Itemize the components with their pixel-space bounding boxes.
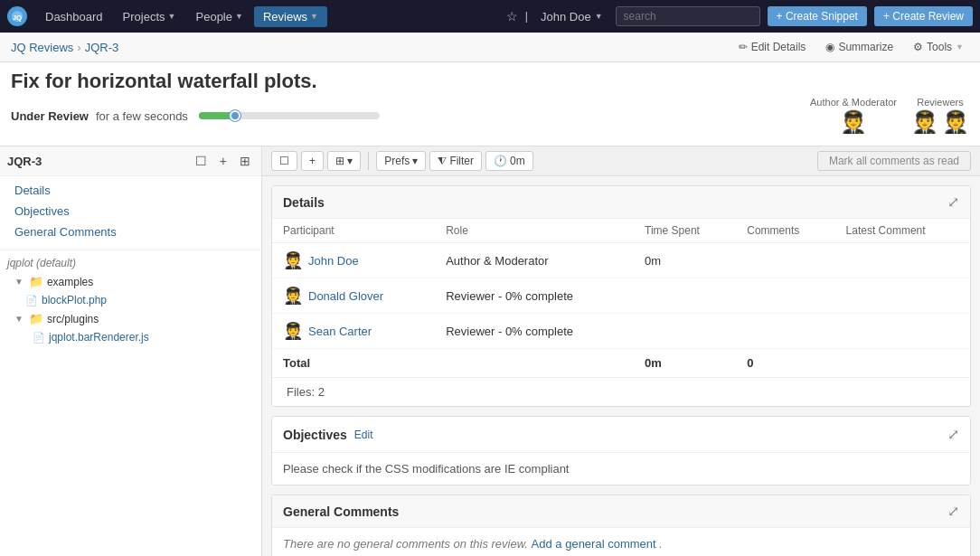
status-badge: Under Review: [11, 109, 89, 123]
breadcrumb-current[interactable]: JQR-3: [85, 41, 119, 54]
folder-icon: 📁: [29, 275, 43, 288]
latest-cell: [835, 314, 970, 349]
details-table: Participant Role Time Spent Comments Lat…: [272, 219, 970, 377]
chevron-down-icon: ▼: [956, 42, 964, 52]
filter-button[interactable]: ⧨ Filter: [429, 151, 482, 171]
expand-icon: ▼: [14, 277, 24, 287]
empty-text: There are no general comments on this re…: [283, 537, 528, 551]
comments-cell: [736, 278, 834, 314]
create-snippet-button[interactable]: + Create Snippet: [768, 6, 867, 26]
participant-cell: 🧑‍✈️ John Doe: [283, 250, 424, 270]
reviewers-group: Reviewers 🧑‍✈️ 🧑‍✈️: [911, 97, 969, 135]
view-button[interactable]: ☐: [271, 151, 297, 171]
nav-people[interactable]: People ▼: [187, 6, 252, 27]
edit-icon: ✏: [739, 41, 748, 53]
breadcrumb-parent[interactable]: JQ Reviews: [11, 41, 73, 54]
user-menu[interactable]: John Doe ▼: [535, 7, 608, 26]
mark-read-button[interactable]: Mark all comments as read: [817, 151, 971, 171]
tree-folder-src[interactable]: ▼ 📁 src/plugins: [0, 309, 261, 328]
participant-link[interactable]: John Doe: [308, 254, 359, 268]
participant-icon: 🧑‍✈️: [283, 250, 303, 270]
add-comment-link[interactable]: Add a general comment: [532, 537, 656, 551]
sidebar-add-button[interactable]: +: [216, 152, 231, 170]
tools-icon: ⚙: [913, 41, 923, 53]
tools-button[interactable]: ⚙ Tools ▼: [908, 38, 969, 56]
nav-projects[interactable]: Projects ▼: [114, 6, 185, 27]
objectives-edit-link[interactable]: Edit: [354, 429, 373, 441]
sidebar-more-button[interactable]: ⊞: [236, 152, 254, 170]
star-icon[interactable]: ☆: [506, 9, 518, 24]
participant-icon: 🧑‍✈️: [283, 321, 303, 341]
total-comments: 0: [736, 349, 834, 378]
more-button[interactable]: ⊞ ▾: [327, 151, 361, 171]
col-time: Time Spent: [634, 219, 736, 243]
objectives-title: Objectives: [283, 428, 347, 442]
objectives-header: Objectives Edit ⤢: [272, 417, 970, 453]
clock-icon: 🕐: [494, 155, 507, 167]
sidebar-edit-button[interactable]: ☐: [192, 152, 211, 170]
tree-label: examples: [47, 276, 93, 288]
role-cell: Reviewer - 0% complete: [435, 314, 634, 349]
tree-file-barrenderer[interactable]: 📄 jqplot.barRenderer.js: [0, 328, 261, 346]
details-panel-body: Participant Role Time Spent Comments Lat…: [272, 219, 970, 406]
author-moderator-group: Author & Moderator 🧑‍✈️: [810, 97, 897, 135]
files-count: Files: 2: [272, 377, 970, 406]
file-icon: 📄: [33, 332, 45, 344]
objectives-body: Please check if the CSS modifications ar…: [272, 453, 970, 485]
content-toolbar: ☐ + ⊞ ▾ Prefs ▾ ⧨ Filter 🕐 0m Mark all c…: [262, 146, 980, 176]
sidebar: JQR-3 ☐ + ⊞ Details Objectives General C…: [0, 146, 262, 556]
nav-reviews[interactable]: Reviews ▼: [254, 6, 327, 27]
tree-file-blockplot[interactable]: 📄 blockPlot.php: [0, 291, 261, 309]
collapse-button[interactable]: ⤢: [947, 193, 959, 211]
time-cell: [634, 314, 736, 349]
progress-bar: [199, 112, 380, 119]
main-layout: JQR-3 ☐ + ⊞ Details Objectives General C…: [0, 146, 980, 556]
file-icon: 📄: [25, 295, 38, 306]
col-participant: Participant: [272, 219, 435, 243]
comments-cell: [736, 243, 834, 278]
content-area: ☐ + ⊞ ▾ Prefs ▾ ⧨ Filter 🕐 0m Mark all c…: [262, 146, 980, 556]
reviewer2-avatar: 🧑‍✈️: [942, 109, 969, 135]
edit-details-button[interactable]: ✏ Edit Details: [733, 38, 812, 56]
details-panel-header: Details ⤢: [272, 186, 970, 219]
prefs-button[interactable]: Prefs ▾: [376, 151, 426, 171]
sidebar-item-general-comments[interactable]: General Comments: [0, 221, 261, 242]
chevron-down-icon: ▼: [235, 12, 243, 21]
comments-cell: [736, 314, 834, 349]
tree-folder-examples[interactable]: ▼ 📁 examples: [0, 272, 261, 291]
collapse-button[interactable]: ⤢: [947, 426, 959, 443]
participant-icon: 🧑‍✈️: [283, 286, 303, 306]
create-review-button[interactable]: + Create Review: [874, 6, 973, 26]
nav-dashboard[interactable]: Dashboard: [36, 6, 112, 27]
sub-bar: JQ Reviews › JQR-3 ✏ Edit Details ◉ Summ…: [0, 33, 980, 62]
time-cell: [634, 278, 736, 314]
role-cell: Author & Moderator: [435, 243, 634, 278]
total-label: Total: [272, 349, 435, 378]
collapse-button[interactable]: ⤢: [947, 503, 959, 520]
add-button[interactable]: +: [301, 151, 324, 171]
chevron-down-icon: ▾: [412, 155, 418, 167]
participant-link[interactable]: Sean Carter: [308, 325, 372, 338]
participant-cell: 🧑‍✈️ Donald Glover: [283, 286, 424, 306]
summarize-button[interactable]: ◉ Summarize: [820, 38, 899, 56]
sidebar-nav: Details Objectives General Comments: [0, 176, 261, 246]
sidebar-item-objectives[interactable]: Objectives: [0, 201, 261, 221]
general-comments-header: General Comments ⤢: [272, 495, 970, 528]
author-avatar: 🧑‍✈️: [840, 109, 867, 135]
tree-label: src/plugins: [47, 313, 99, 325]
general-comments-title: General Comments: [283, 504, 399, 519]
svg-text:JQ: JQ: [13, 14, 23, 22]
expand-icon: ▼: [14, 314, 24, 324]
details-panel: Details ⤢ Participant Role Time Spent Co…: [271, 185, 971, 407]
page-title-area: Fix for horizontal waterfall plots. Unde…: [0, 62, 980, 146]
chevron-down-icon: ▼: [595, 12, 603, 21]
sidebar-item-details[interactable]: Details: [0, 180, 261, 201]
objectives-panel: Objectives Edit ⤢ Please check if the CS…: [271, 416, 971, 485]
file-link[interactable]: jqplot.barRenderer.js: [49, 331, 149, 344]
search-input[interactable]: [616, 6, 760, 26]
participant-link[interactable]: Donald Glover: [308, 289, 383, 303]
sidebar-header: JQR-3 ☐ + ⊞: [0, 146, 261, 176]
time-button[interactable]: 🕐 0m: [485, 151, 533, 171]
file-link[interactable]: blockPlot.php: [42, 294, 107, 306]
col-latest: Latest Comment: [835, 219, 970, 243]
